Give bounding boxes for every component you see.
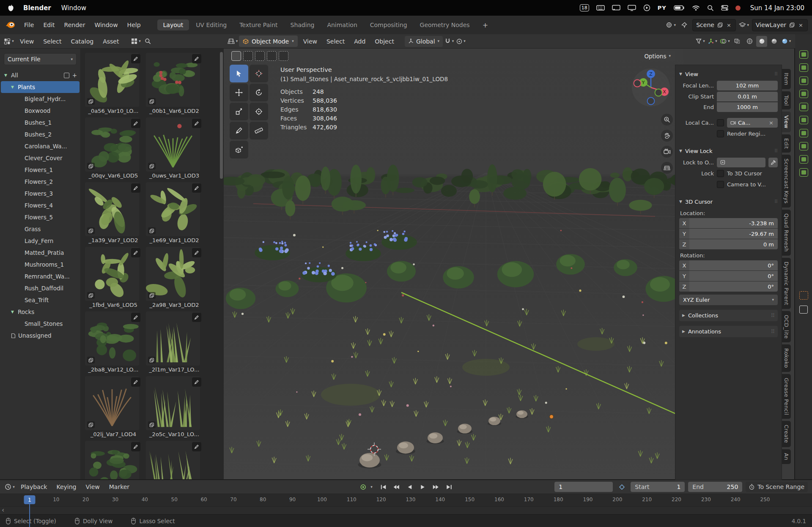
camera-to-view-checkbox[interactable] bbox=[717, 181, 724, 188]
apple-icon[interactable] bbox=[8, 4, 14, 12]
viewport-menu-add[interactable]: Add bbox=[349, 37, 370, 46]
asset-item[interactable]: _1e69_Var1_LOD2 bbox=[146, 182, 203, 244]
asset-grid-scrollbar[interactable] bbox=[220, 52, 223, 179]
search-icon[interactable] bbox=[142, 36, 153, 47]
asset-edit-icon[interactable] bbox=[192, 313, 201, 322]
menu-file[interactable]: File bbox=[19, 20, 38, 30]
snap-magnet-icon[interactable]: ▾ bbox=[444, 36, 455, 47]
select-box-tool[interactable] bbox=[230, 65, 248, 82]
visibility-filter-icon[interactable]: ▾ bbox=[695, 36, 706, 47]
tab-layout[interactable]: Layout bbox=[157, 19, 189, 30]
catalog-item-plants[interactable]: ▼Plants bbox=[1, 81, 80, 93]
viewport-editor-type-button[interactable]: ▾ bbox=[227, 36, 238, 47]
collection-icon[interactable] bbox=[799, 168, 808, 177]
move-tool[interactable] bbox=[230, 84, 248, 101]
timeline-editor-type-button[interactable]: ▾ bbox=[4, 481, 15, 492]
asset-item[interactable]: _2a98_Var3_LOD2 bbox=[146, 247, 203, 309]
menu-render[interactable]: Render bbox=[60, 20, 90, 30]
select-mode-intersect[interactable] bbox=[279, 51, 288, 61]
display-icon[interactable] bbox=[628, 5, 636, 11]
catalog-item-sea-trift[interactable]: Sea_Trift bbox=[1, 294, 80, 306]
asset-item[interactable]: _00qv_Var6_LOD5 bbox=[85, 117, 142, 180]
tab-uv-editing[interactable]: UV Editing bbox=[190, 19, 233, 30]
tab-grease-pencil[interactable]: Grease Pencil bbox=[782, 374, 791, 419]
disclosure-triangle-icon[interactable]: ▼ bbox=[11, 85, 15, 89]
record-indicator-icon[interactable] bbox=[735, 5, 741, 11]
mesh-icon[interactable] bbox=[799, 306, 808, 314]
catalog-item-bushes-2[interactable]: Bushes_2 bbox=[1, 128, 80, 140]
asset-edit-icon[interactable] bbox=[192, 442, 201, 451]
cursor-location-y[interactable]: Y-29.67 m bbox=[679, 229, 778, 239]
asset-item[interactable]: _2ba8_Var12_LO... bbox=[85, 311, 142, 374]
asset-item[interactable]: _1a39_Var7_LOD2 bbox=[85, 182, 142, 244]
asset-item[interactable]: _2l1m_Var17_LO... bbox=[146, 311, 203, 374]
asset-item[interactable]: _2o5c_Var10_LO... bbox=[146, 376, 203, 438]
viewport-menu-view[interactable]: View bbox=[299, 37, 322, 46]
local-camera-checkbox[interactable] bbox=[717, 119, 724, 126]
cursor-rotation-z[interactable]: Z0° bbox=[679, 281, 778, 292]
control-center-icon[interactable] bbox=[721, 5, 728, 11]
asset-edit-icon[interactable] bbox=[131, 313, 140, 322]
tab-shading[interactable]: Shading bbox=[285, 19, 321, 30]
clip-end-field[interactable]: 1000 m bbox=[717, 102, 778, 112]
options-button[interactable]: Options▾ bbox=[640, 51, 675, 61]
catalog-item-small-stones[interactable]: Small_Stones bbox=[1, 318, 80, 330]
view-layer-icon[interactable]: ▾ bbox=[738, 19, 749, 30]
asset-item[interactable]: _0a56_Var10_LO... bbox=[85, 53, 142, 115]
viewport-menu-object[interactable]: Object bbox=[370, 37, 399, 46]
tab-compositing[interactable]: Compositing bbox=[364, 19, 413, 30]
toggle-perspective-icon[interactable] bbox=[661, 162, 673, 174]
editor-type-button[interactable]: ▾ bbox=[3, 36, 14, 47]
disclosure-triangle-icon[interactable]: ▼ bbox=[11, 310, 15, 314]
tab-dynamic-parent[interactable]: Dynamic Parent bbox=[782, 258, 791, 309]
tab-geometry-nodes[interactable]: Geometry Nodes bbox=[414, 19, 476, 30]
play-icon[interactable] bbox=[643, 4, 650, 11]
asset-edit-icon[interactable] bbox=[192, 377, 201, 387]
display-settings-button[interactable]: ▾ bbox=[130, 36, 141, 47]
rotation-order-select[interactable]: XYZ Euler▾ bbox=[679, 295, 778, 305]
tab-animation[interactable]: Animation bbox=[321, 19, 363, 30]
python-indicator[interactable]: PY bbox=[658, 5, 667, 11]
blender-logo-icon[interactable] bbox=[5, 20, 16, 30]
playhead[interactable]: 1 bbox=[24, 495, 36, 504]
frame-start-field[interactable]: Start1 bbox=[631, 482, 685, 492]
collection-icon[interactable] bbox=[799, 129, 808, 137]
cursor-tool[interactable] bbox=[250, 65, 268, 82]
select-mode-new[interactable] bbox=[231, 51, 241, 61]
collection-icon[interactable] bbox=[799, 116, 808, 124]
transform-orientation-select[interactable]: Global ▾ bbox=[405, 36, 443, 47]
asset-source-select[interactable]: Current File ▾ bbox=[4, 53, 77, 65]
scene-selector[interactable]: Scene × bbox=[692, 19, 736, 31]
transform-tool[interactable] bbox=[250, 103, 268, 120]
catalog-item-flowers-4[interactable]: Flowers_4 bbox=[1, 199, 80, 211]
previous-keyframe-button[interactable] bbox=[391, 482, 402, 492]
asset-edit-icon[interactable] bbox=[192, 119, 201, 128]
asset-menu-asset[interactable]: Asset bbox=[98, 37, 123, 46]
mode-selector[interactable]: Object Mode ▾ bbox=[239, 35, 298, 47]
asset-item[interactable]: _00b1_Var6_LOD2 bbox=[146, 53, 203, 115]
lock-to-object-field[interactable] bbox=[717, 158, 765, 167]
timeline-menu-playback[interactable]: Playback bbox=[16, 482, 52, 492]
wifi-icon[interactable] bbox=[692, 5, 700, 11]
screen-mirror-icon[interactable] bbox=[612, 5, 620, 11]
catalog-item-flowers-1[interactable]: Flowers_1 bbox=[1, 164, 80, 176]
disclosure-triangle-icon[interactable]: ▼ bbox=[4, 73, 8, 77]
focal-length-field[interactable]: 102 mm bbox=[717, 81, 778, 90]
render-region-checkbox[interactable] bbox=[717, 130, 724, 137]
cursor-location-z[interactable]: Z0 m bbox=[679, 239, 778, 249]
catalog-item-mushrooms-1[interactable]: Mushrooms_1 bbox=[1, 259, 80, 270]
menubar-clock[interactable]: Sun 14 Jan 23:00 bbox=[750, 4, 804, 12]
shading-wireframe-icon[interactable] bbox=[744, 36, 755, 47]
section-view-lock-header[interactable]: ▼View Lock⠿ bbox=[679, 145, 778, 156]
asset-menu-select[interactable]: Select bbox=[38, 37, 66, 46]
remove-view-layer-icon[interactable]: × bbox=[798, 22, 804, 28]
xray-toggle-icon[interactable] bbox=[732, 36, 743, 47]
asset-edit-icon[interactable] bbox=[192, 183, 201, 193]
jump-to-start-button[interactable] bbox=[378, 482, 389, 492]
tab-an[interactable]: An bbox=[782, 449, 791, 464]
macos-menu-window[interactable]: Window bbox=[61, 4, 86, 12]
timeline-menu-marker[interactable]: Marker bbox=[104, 482, 134, 492]
collection-icon[interactable] bbox=[799, 142, 808, 150]
app-badge[interactable]: 18 bbox=[580, 4, 589, 11]
catalog-item-carolana-wa[interactable]: Carolana_Wa... bbox=[1, 140, 80, 152]
